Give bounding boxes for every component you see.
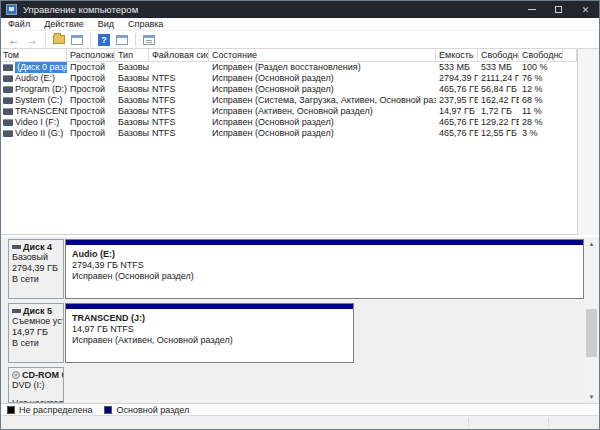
disk-icon [12,245,21,249]
list-right-margin [578,49,599,235]
col-volume[interactable]: Том [1,49,67,62]
volume-name: Video II (G:) [15,128,63,139]
volume-list-header: Том Расположение Тип Файловая система Со… [1,49,577,62]
volume-name: System (C:) [15,95,63,106]
vertical-scrollbar[interactable]: ▲ ▼ [585,237,598,403]
statusbar-divider [468,418,469,427]
disk-row-5: Диск 5 Съемное устройство 14,97 ГБ В сет… [1,301,585,365]
export-list-icon[interactable] [51,32,67,47]
back-icon[interactable]: ← [6,32,22,47]
cdrom-row: CD-ROM 0 DVD (I:) Нет носителя [1,365,585,403]
disk5-info-panel[interactable]: Диск 5 Съемное устройство 14,97 ГБ В сет… [8,303,64,363]
volume-name: (Диск 0 раздел 2) [15,62,67,73]
col-free-pct[interactable]: Свободно % [519,49,563,62]
volume-name: Video I (F:) [15,117,59,128]
statusbar-divider [548,418,549,427]
minimize-button[interactable] [518,1,545,18]
toolbar-separator [135,33,136,46]
maximize-button[interactable] [545,1,572,18]
scroll-up-icon[interactable]: ▲ [585,237,598,250]
partition-audio[interactable]: Audio (E:) 2794,39 ГБ NTFS Исправен (Осн… [65,239,584,299]
volume-name: Program (D:) [15,84,67,95]
scroll-down-icon[interactable]: ▼ [585,390,598,403]
col-type[interactable]: Тип [115,49,149,62]
toolbar-separator [90,33,91,46]
unallocated-swatch [7,406,15,414]
volume-name: TRANSCEND (J:) [15,106,67,117]
help-icon[interactable]: ? [96,32,112,47]
table-row[interactable]: Video I (F:) Простой Базовый NTFS Исправ… [1,117,577,128]
col-free[interactable]: Свободно [478,49,519,62]
volume-list: Том Расположение Тип Файловая система Со… [1,49,578,235]
col-status[interactable]: Состояние [209,49,436,62]
col-layout[interactable]: Расположение [67,49,115,62]
menu-action[interactable]: Действие [37,19,91,29]
cdrom-info-panel[interactable]: CD-ROM 0 DVD (I:) Нет носителя [8,367,64,403]
col-filesystem[interactable]: Файловая система [149,49,209,62]
minimize-icon [528,9,536,10]
disk-icon [12,309,21,313]
standard-view-icon[interactable] [141,32,157,47]
toolbar-separator [45,33,46,46]
close-button[interactable]: ✕ [572,1,599,18]
table-row[interactable]: System (C:) Простой Базовый NTFS Исправе… [1,95,577,106]
disk-graphical-view: Диск 4 Базовый 2794,39 ГБ В сети Audio (… [1,237,599,403]
table-row[interactable]: Audio (E:) Простой Базовый NTFS Исправен… [1,73,577,84]
table-row[interactable]: (Диск 0 раздел 2) Простой Базовый Исправ… [1,62,577,73]
col-capacity[interactable]: Емкость [436,49,478,62]
menu-view[interactable]: Вид [91,19,121,29]
show-hide-tree-icon[interactable] [69,32,85,47]
partition-transcend[interactable]: TRANSCEND (J:) 14,97 ГБ NTFS Исправен (А… [65,303,354,363]
app-icon [6,4,17,15]
volume-icon [3,86,13,93]
volume-icon [3,64,13,71]
menu-help[interactable]: Справка [121,19,170,29]
computer-management-window: Управление компьютером ✕ Файл Действие В… [0,0,600,430]
scrollbar-thumb[interactable] [586,309,597,357]
volume-icon [3,97,13,104]
legend-unallocated: Не распределена [7,405,92,415]
show-hide-actionpane-icon[interactable] [114,32,130,47]
window-title: Управление компьютером [23,4,138,15]
forward-icon[interactable]: → [24,32,40,47]
menu-file[interactable]: Файл [1,19,37,29]
volume-icon [3,130,13,137]
legend-bar: Не распределена Основной раздел [1,403,599,415]
disk4-info-panel[interactable]: Диск 4 Базовый 2794,39 ГБ В сети [8,239,64,299]
status-bar [1,415,599,429]
volume-icon [3,75,13,82]
volume-icon [3,119,13,126]
table-row[interactable]: TRANSCEND (J:) Простой Базовый NTFS Испр… [1,106,577,117]
toolbar: ← → ? [1,31,599,49]
primary-partition-swatch [104,406,112,414]
table-row[interactable]: Video II (G:) Простой Базовый NTFS Испра… [1,128,577,139]
table-row[interactable]: Program (D:) Простой Базовый NTFS Исправ… [1,84,577,95]
menu-bar: Файл Действие Вид Справка [1,18,599,31]
col-filler [563,49,577,62]
maximize-icon [555,6,562,13]
title-bar: Управление компьютером ✕ [1,1,599,18]
disk-row-4: Диск 4 Базовый 2794,39 ГБ В сети Audio (… [1,237,585,301]
cd-icon [12,371,20,379]
legend-primary-partition: Основной раздел [104,405,189,415]
volume-icon [3,108,13,115]
volume-name: Audio (E:) [15,73,55,84]
